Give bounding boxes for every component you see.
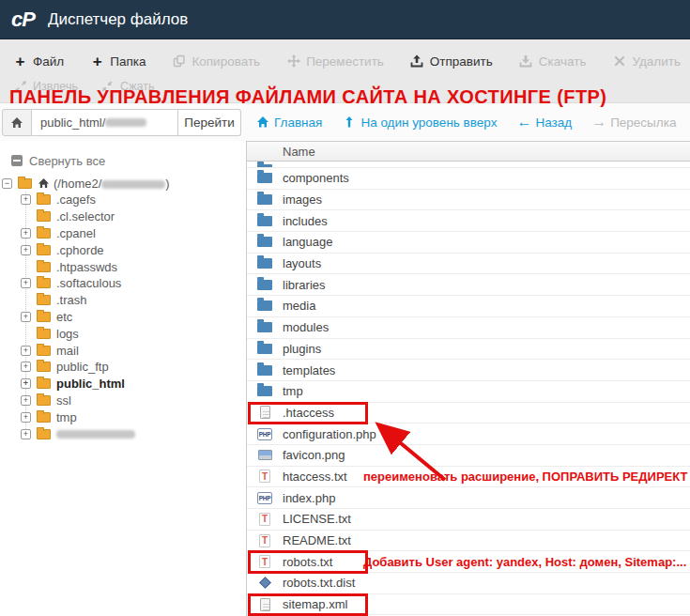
tree-root-label: (/home2/): [54, 177, 170, 191]
tree-item-public_html[interactable]: +public_html: [0, 376, 246, 393]
expand-toggle-icon[interactable]: +: [21, 245, 31, 255]
toolbar-button-move[interactable]: Переместить: [286, 54, 384, 69]
table-row[interactable]: modules: [247, 317, 690, 339]
table-row[interactable]: TREADME.txt: [247, 531, 690, 552]
expand-toggle-icon[interactable]: +: [21, 429, 31, 439]
tree-item-ssl[interactable]: +ssl: [0, 393, 246, 409]
tree-item-.softaculous[interactable]: +.softaculous: [0, 275, 246, 292]
table-row[interactable]: components: [247, 168, 690, 190]
table-row[interactable]: tmp: [247, 381, 690, 403]
toolbar-button-label: Отправить: [430, 54, 493, 69]
tree-item-.cpanel[interactable]: +.cpanel: [0, 225, 246, 242]
expand-toggle-icon[interactable]: +: [21, 346, 31, 356]
file-manager-window: cP Диспетчер файлов +Файл+ПапкаКопироват…: [0, 0, 690, 616]
nav-link-arrow-left[interactable]: ←Назад: [517, 116, 572, 130]
expand-toggle-icon[interactable]: +: [21, 378, 31, 389]
tree-item-.trash[interactable]: .trash: [0, 292, 246, 309]
table-row[interactable]: favicon.png: [247, 445, 690, 467]
table-row[interactable]: media: [247, 296, 690, 317]
nav-link-arrow-right[interactable]: →Пересылка: [592, 116, 676, 130]
tree-item-mail[interactable]: +mail: [0, 342, 246, 359]
folder-icon: [37, 194, 51, 205]
toolbar-button-download[interactable]: Скачать: [519, 54, 587, 69]
collapse-toggle-icon[interactable]: −: [2, 178, 12, 189]
upload-icon: [410, 54, 424, 69]
toolbar-button-plus[interactable]: +Папка: [90, 54, 146, 69]
file-name: htaccess.txt: [283, 470, 347, 484]
expand-toggle-icon[interactable]: +: [21, 228, 31, 239]
toolbar-button-plus[interactable]: +Файл: [13, 54, 64, 69]
table-row[interactable]: PHPindex.php: [247, 487, 690, 509]
expand-toggle-icon[interactable]: +: [21, 412, 31, 423]
annotation-note: переименовать расширение, ПОПРАВИТЬ РЕДИ…: [363, 470, 687, 484]
table-row[interactable]: Trobots.txtДобавить User agent: yandex, …: [247, 551, 690, 573]
tree-root-home[interactable]: −(/home2/): [0, 175, 246, 192]
table-row[interactable]: templates: [247, 360, 690, 381]
plus-icon: +: [13, 54, 27, 69]
tree-item-etc[interactable]: +etc: [0, 309, 246, 326]
table-row[interactable]: libraries: [247, 274, 690, 296]
folder-icon: [256, 363, 273, 377]
table-row[interactable]: language: [247, 232, 690, 254]
tree-item-.cagefs[interactable]: +.cagefs: [0, 192, 246, 208]
expand-toggle-icon[interactable]: +: [21, 312, 31, 322]
collapse-all-button[interactable]: Свернуть все: [11, 153, 246, 168]
file-name: sitemap.xml: [283, 597, 347, 611]
table-row[interactable]: Thtaccess.txtпереименовать расширение, П…: [247, 467, 690, 488]
table-row[interactable]: sitemap.xml: [247, 594, 690, 616]
expand-toggle-icon[interactable]: +: [21, 278, 31, 288]
expand-toggle-icon[interactable]: +: [21, 194, 31, 205]
expand-toggle-icon[interactable]: +: [21, 395, 31, 406]
table-row[interactable]: images: [247, 190, 690, 211]
expand-toggle-icon[interactable]: +: [21, 362, 31, 372]
folder-icon: [37, 312, 51, 322]
toolbar-button-delete[interactable]: Удалить: [612, 54, 681, 69]
table-row[interactable]: plugins: [247, 339, 690, 361]
file-name: images: [283, 192, 322, 207]
nav-link-up-level[interactable]: На один уровень вверх: [343, 116, 497, 130]
tree-item-.htpasswds[interactable]: .htpasswds: [0, 258, 246, 275]
home-icon: [38, 177, 50, 189]
home-button[interactable]: [2, 109, 32, 136]
file-name: plugins: [283, 342, 321, 356]
folder-icon: [256, 278, 273, 292]
nav-link-home-blue[interactable]: Главная: [256, 116, 322, 130]
arrow-left-icon: ←: [517, 116, 530, 129]
tree-item-label: ssl: [56, 393, 71, 408]
toolbar-button-extract[interactable]: Извлечь: [13, 80, 78, 94]
go-button[interactable]: Перейти: [178, 109, 241, 136]
table-row[interactable]: PHPconfiguration.php: [247, 424, 690, 445]
table-row[interactable]: .htaccess: [247, 403, 690, 424]
table-row[interactable]: robots.txt.dist: [247, 573, 690, 594]
partially-visible-row: [247, 162, 690, 168]
tree-item-.cl.selector[interactable]: .cl.selector: [0, 208, 246, 225]
directory-tree: −(/home2/)+.cagefs.cl.selector+.cpanel+.…: [0, 175, 246, 442]
toolbar-button-upload[interactable]: Отправить: [410, 54, 493, 69]
nav-link-label: Пересылка: [610, 116, 676, 130]
table-row[interactable]: layouts: [247, 254, 690, 275]
file-name: media: [283, 299, 315, 313]
toolbar-button-copy[interactable]: Копировать: [172, 54, 260, 69]
toolbar-button-compress[interactable]: Сжать: [100, 80, 155, 94]
file-name: templates: [283, 363, 335, 377]
table-row[interactable]: includes: [247, 210, 690, 232]
tree-item-public_ftp[interactable]: +public_ftp: [0, 359, 246, 376]
tree-item-logs[interactable]: logs: [0, 325, 246, 342]
folder-icon: [37, 245, 51, 255]
table-row[interactable]: TLICENSE.txt: [247, 509, 690, 531]
text-file-icon: T: [256, 555, 273, 569]
copy-icon: [172, 54, 186, 69]
folder-icon: [256, 320, 273, 334]
path-input[interactable]: public_html/: [32, 109, 178, 136]
file-name: language: [283, 235, 333, 249]
tree-item-tmp[interactable]: +tmp: [0, 408, 246, 425]
home-icon: [10, 116, 23, 129]
home-icon: [256, 116, 269, 129]
folder-icon: [256, 192, 273, 207]
tree-item-.cphorde[interactable]: +.cphorde: [0, 241, 246, 258]
redacted-username: [101, 180, 165, 189]
sidebar: Свернуть все −(/home2/)+.cagefs.cl.selec…: [0, 141, 246, 616]
column-header-name[interactable]: Name: [247, 141, 690, 162]
folder-icon: [256, 384, 273, 398]
tree-item-redacted-domain[interactable]: +: [0, 425, 246, 442]
